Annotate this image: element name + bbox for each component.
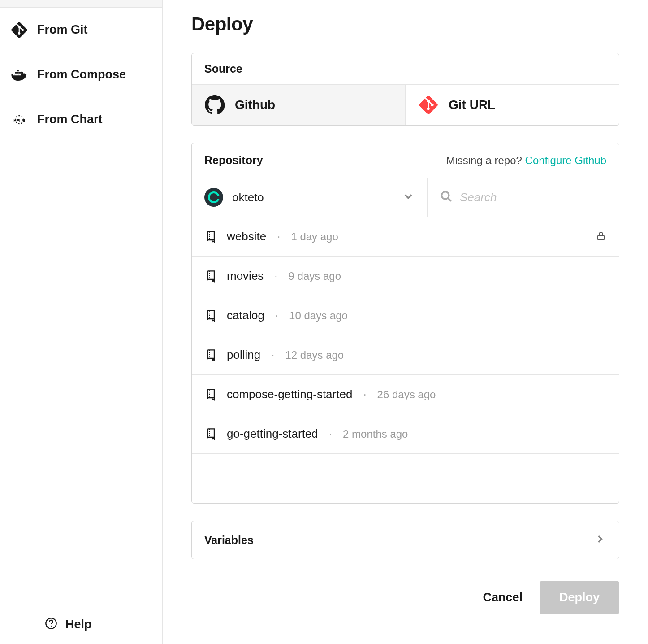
repository-header: Repository Missing a repo? Configure Git… bbox=[192, 143, 619, 178]
repo-time: 10 days ago bbox=[289, 309, 348, 322]
repo-icon bbox=[204, 349, 218, 361]
repo-icon bbox=[204, 231, 218, 243]
sidebar-item-label: From Git bbox=[37, 23, 88, 37]
org-name: okteto bbox=[232, 191, 393, 205]
source-tab-github[interactable]: Github bbox=[192, 85, 406, 125]
repository-card: Repository Missing a repo? Configure Git… bbox=[191, 143, 619, 504]
repo-list-padding bbox=[192, 454, 619, 503]
sidebar-list: From Git From Compose HELM From Chart bbox=[0, 8, 162, 605]
source-tab-giturl[interactable]: Git URL bbox=[406, 85, 619, 125]
search-input[interactable] bbox=[460, 191, 606, 205]
separator-dot: · bbox=[274, 269, 277, 283]
docker-icon bbox=[11, 67, 27, 83]
repo-name: go-getting-started bbox=[227, 427, 318, 441]
git-icon bbox=[11, 22, 27, 38]
svg-point-4 bbox=[442, 192, 449, 199]
cancel-button[interactable]: Cancel bbox=[483, 591, 523, 605]
repo-selectors: okteto bbox=[192, 178, 619, 217]
source-tab-label: Git URL bbox=[449, 98, 495, 112]
repo-name: movies bbox=[227, 269, 264, 283]
help-label: Help bbox=[65, 618, 92, 631]
separator-dot: · bbox=[329, 427, 332, 441]
repo-icon bbox=[204, 428, 218, 440]
sidebar-item-from-chart[interactable]: HELM From Chart bbox=[0, 97, 162, 142]
repo-time: 2 months ago bbox=[343, 428, 408, 440]
sidebar-item-label: From Compose bbox=[37, 68, 126, 82]
sidebar: From Git From Compose HELM From Chart He… bbox=[0, 0, 163, 644]
repo-time: 12 days ago bbox=[285, 349, 344, 361]
source-tabs: Github Git URL bbox=[192, 85, 619, 125]
main: Deploy Source Github Git URL Repository … bbox=[163, 0, 648, 644]
search-icon bbox=[440, 190, 453, 205]
source-header: Source bbox=[192, 53, 619, 85]
repo-time: 1 day ago bbox=[291, 231, 338, 243]
org-avatar bbox=[204, 188, 223, 207]
repo-name: website bbox=[227, 230, 266, 244]
repo-row[interactable]: movies · 9 days ago bbox=[192, 257, 619, 296]
repo-icon bbox=[204, 270, 218, 283]
footer-actions: Cancel Deploy bbox=[191, 581, 619, 614]
repo-time: 9 days ago bbox=[289, 270, 341, 283]
repo-list: website · 1 day ago movies · 9 days ago bbox=[192, 217, 619, 503]
variables-label: Variables bbox=[204, 534, 254, 547]
org-dropdown[interactable]: okteto bbox=[192, 178, 428, 217]
repo-row[interactable]: polling · 12 days ago bbox=[192, 335, 619, 375]
sidebar-top-strip bbox=[0, 0, 162, 8]
repo-name: polling bbox=[227, 348, 260, 362]
missing-repo-prefix: Missing a repo? bbox=[446, 154, 525, 166]
missing-repo: Missing a repo? Configure Github bbox=[446, 154, 606, 167]
chevron-down-icon bbox=[402, 190, 415, 205]
variables-card[interactable]: Variables bbox=[191, 521, 619, 559]
separator-dot: · bbox=[275, 309, 278, 322]
page-title: Deploy bbox=[191, 13, 619, 35]
repo-name: catalog bbox=[227, 309, 264, 322]
sidebar-item-from-git[interactable]: From Git bbox=[0, 8, 162, 52]
sidebar-item-from-compose[interactable]: From Compose bbox=[0, 52, 162, 97]
deploy-button[interactable]: Deploy bbox=[540, 581, 619, 614]
repo-icon bbox=[204, 309, 218, 322]
helm-icon: HELM bbox=[11, 112, 27, 128]
repo-row[interactable]: compose-getting-started · 26 days ago bbox=[192, 375, 619, 414]
help-icon bbox=[45, 617, 57, 631]
svg-text:HELM: HELM bbox=[13, 118, 25, 122]
separator-dot: · bbox=[277, 230, 280, 244]
lock-icon bbox=[596, 231, 606, 243]
git-url-icon bbox=[418, 95, 439, 115]
repository-header-label: Repository bbox=[204, 154, 263, 167]
svg-rect-5 bbox=[598, 235, 604, 240]
repo-icon bbox=[204, 388, 218, 401]
repo-search bbox=[428, 178, 619, 217]
repo-row[interactable]: website · 1 day ago bbox=[192, 217, 619, 257]
source-tab-label: Github bbox=[235, 98, 275, 112]
repo-time: 26 days ago bbox=[377, 388, 436, 401]
configure-github-link[interactable]: Configure Github bbox=[525, 154, 606, 166]
github-icon bbox=[204, 95, 225, 115]
separator-dot: · bbox=[271, 348, 274, 362]
repo-row[interactable]: catalog · 10 days ago bbox=[192, 296, 619, 335]
sidebar-item-label: From Chart bbox=[37, 113, 103, 126]
chevron-right-icon bbox=[594, 533, 606, 547]
separator-dot: · bbox=[363, 387, 366, 401]
repo-row[interactable]: go-getting-started · 2 months ago bbox=[192, 414, 619, 454]
source-card: Source Github Git URL bbox=[191, 53, 619, 126]
sidebar-help[interactable]: Help bbox=[0, 605, 162, 644]
svg-point-3 bbox=[51, 626, 52, 627]
repo-name: compose-getting-started bbox=[227, 387, 352, 401]
